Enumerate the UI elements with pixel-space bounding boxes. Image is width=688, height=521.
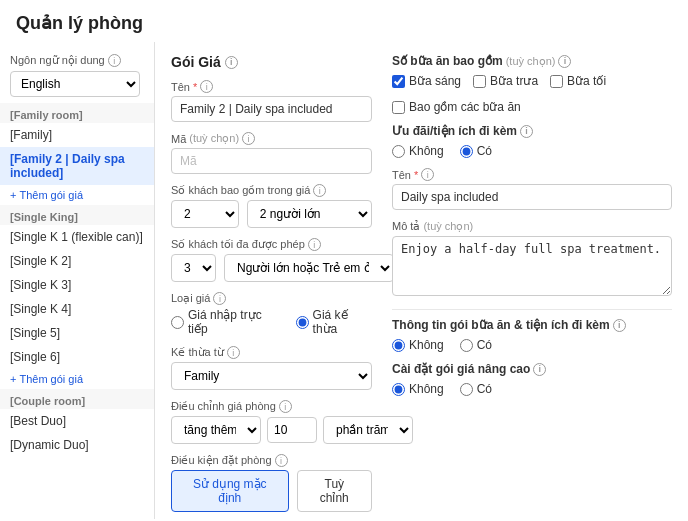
form-section-title: Gói Giá i: [171, 54, 372, 70]
meal-info-yes-radio[interactable]: Có: [460, 338, 492, 352]
radio-derived[interactable]: Giá kế thừa: [296, 308, 372, 336]
guests-label: Số khách bao gồm trong giá i: [171, 184, 372, 197]
condition-custom-btn[interactable]: Tuỳ chỉnh: [297, 470, 372, 512]
name-group: Tên * i: [171, 80, 372, 122]
sidebar-item-single-6[interactable]: [Single 6]: [0, 345, 154, 369]
meal-info-group: Thông tin gói bữa ăn & tiện ích đi kèm i…: [392, 318, 672, 352]
code-label: Mã (tuỳ chọn) i: [171, 132, 372, 145]
lang-label: Ngôn ngữ nội dung i: [0, 50, 154, 69]
benefit-name-input[interactable]: [392, 184, 672, 210]
benefit-name-group: Tên * i: [392, 168, 672, 210]
upgrade-info-icon: i: [533, 363, 546, 376]
code-group: Mã (tuỳ chọn) i: [171, 132, 372, 174]
price-adjust-value-input[interactable]: [267, 417, 317, 443]
max-guests-type-select[interactable]: Người lớn hoặc Trẻ em ở Người lớn: [224, 254, 394, 282]
code-input[interactable]: [171, 148, 372, 174]
sidebar-item-single-5[interactable]: [Single 5]: [0, 321, 154, 345]
guests-type-select[interactable]: 1 người lớn 2 người lớn 3 người lớn: [247, 200, 372, 228]
checkbox-all-meals[interactable]: Bao gồm các bữa ăn: [392, 100, 521, 114]
upgrade-yes-radio[interactable]: Có: [460, 382, 492, 396]
price-adjust-info-icon: i: [279, 400, 292, 413]
checkbox-dinner[interactable]: Bữa tối: [550, 74, 606, 88]
inherit-group: Kế thừa từ i Family Family 2: [171, 346, 372, 390]
code-info-icon: i: [242, 132, 255, 145]
inherit-label: Kế thừa từ i: [171, 346, 372, 359]
price-type-info-icon: i: [213, 292, 226, 305]
advantage-info-icon: i: [520, 125, 533, 138]
sidebar-item-dynamic-duo[interactable]: [Dynamic Duo]: [0, 433, 154, 457]
condition-default-btn[interactable]: Sử dụng mặc định: [171, 470, 289, 512]
page-title: Quản lý phòng: [0, 0, 688, 42]
meals-label: Số bữa ăn bao gồm (tuỳ chọn) i: [392, 54, 672, 68]
inherit-info-icon: i: [227, 346, 240, 359]
sidebar-item-family[interactable]: [Family]: [0, 123, 154, 147]
sidebar-group-single-king: [Single King]: [0, 205, 154, 225]
upgrade-no-radio[interactable]: Không: [392, 382, 444, 396]
upgrade-group: Cài đặt gói giá nâng cao i Không Có: [392, 362, 672, 396]
price-type-label: Loại giá i: [171, 292, 372, 305]
sidebar-item-single-k3[interactable]: [Single K 3]: [0, 273, 154, 297]
left-panel: Gói Giá i Tên * i Mã (tuỳ chọn) i: [171, 54, 372, 507]
benefit-name-info-icon: i: [421, 168, 434, 181]
price-adjust-group: Điều chỉnh giá phòng i tăng thêm giảm đi…: [171, 400, 372, 444]
lang-info-icon: i: [108, 54, 121, 67]
sidebar-item-family2-spa[interactable]: [Family 2 | Daily spa included]: [0, 147, 154, 185]
max-guests-info-icon: i: [308, 238, 321, 251]
max-guests-count-select[interactable]: 1 2 3 4: [171, 254, 216, 282]
sidebar-group-couple-room: [Couple room]: [0, 389, 154, 409]
price-adjust-type-select[interactable]: tăng thêm giảm đi: [171, 416, 261, 444]
advantage-group: Ưu đãi/tiện ích đi kèm i Không Có: [392, 124, 672, 158]
guests-info-icon: i: [313, 184, 326, 197]
guests-group: Số khách bao gồm trong giá i 1 2 3 4 1 n…: [171, 184, 372, 228]
right-panel: Số bữa ăn bao gồm (tuỳ chọn) i Bữa sáng …: [392, 54, 672, 507]
checkbox-breakfast[interactable]: Bữa sáng: [392, 74, 461, 88]
sidebar-add-family-btn[interactable]: +Thêm gói giá: [0, 185, 154, 205]
max-guests-group: Số khách tối đa được phép i 1 2 3 4 Ngườ…: [171, 238, 372, 282]
benefit-desc-textarea[interactable]: Enjoy a half-day full spa treatment.: [392, 236, 672, 296]
sidebar-group-family-room: [Family room]: [0, 103, 154, 123]
benefit-name-label: Tên * i: [392, 168, 672, 181]
name-input[interactable]: [171, 96, 372, 122]
name-label: Tên * i: [171, 80, 372, 93]
sidebar-add-single-btn[interactable]: +Thêm gói giá: [0, 369, 154, 389]
sidebar-item-single-k2[interactable]: [Single K 2]: [0, 249, 154, 273]
sidebar-item-single-k1[interactable]: [Single K 1 (flexible can)]: [0, 225, 154, 249]
name-info-icon: i: [200, 80, 213, 93]
condition-info-icon: i: [275, 454, 288, 467]
main-content: Gói Giá i Tên * i Mã (tuỳ chọn) i: [155, 42, 688, 519]
condition-label: Điều kiện đặt phòng i: [171, 454, 372, 467]
sidebar-item-single-k4[interactable]: [Single K 4]: [0, 297, 154, 321]
condition-group: Điều kiện đặt phòng i Sử dụng mặc định T…: [171, 454, 372, 512]
inherit-select[interactable]: Family Family 2: [171, 362, 372, 390]
max-guests-label: Số khách tối đa được phép i: [171, 238, 372, 251]
lang-select[interactable]: English Vietnamese: [10, 71, 140, 97]
price-adjust-label: Điều chỉnh giá phòng i: [171, 400, 372, 413]
meals-info-icon: i: [558, 55, 571, 68]
sidebar-item-best-duo[interactable]: [Best Duo]: [0, 409, 154, 433]
guests-count-select[interactable]: 1 2 3 4: [171, 200, 239, 228]
radio-direct[interactable]: Giá nhập trực tiếp: [171, 308, 280, 336]
checkbox-lunch[interactable]: Bữa trưa: [473, 74, 538, 88]
meal-info-no-radio[interactable]: Không: [392, 338, 444, 352]
meal-info-icon: i: [613, 319, 626, 332]
benefit-desc-label: Mô tả (tuỳ chọn): [392, 220, 672, 233]
advantage-no-radio[interactable]: Không: [392, 144, 444, 158]
meals-group: Số bữa ăn bao gồm (tuỳ chọn) i Bữa sáng …: [392, 54, 672, 114]
sidebar: Ngôn ngữ nội dung i English Vietnamese […: [0, 42, 155, 519]
advantage-label: Ưu đãi/tiện ích đi kèm i: [392, 124, 672, 138]
upgrade-label: Cài đặt gói giá nâng cao i: [392, 362, 672, 376]
benefit-desc-group: Mô tả (tuỳ chọn) Enjoy a half-day full s…: [392, 220, 672, 299]
meal-info-label: Thông tin gói bữa ăn & tiện ích đi kèm i: [392, 318, 672, 332]
advantage-yes-radio[interactable]: Có: [460, 144, 492, 158]
price-type-group: Loại giá i Giá nhập trực tiếp Giá kế thừ…: [171, 292, 372, 336]
section-info-icon: i: [225, 56, 238, 69]
